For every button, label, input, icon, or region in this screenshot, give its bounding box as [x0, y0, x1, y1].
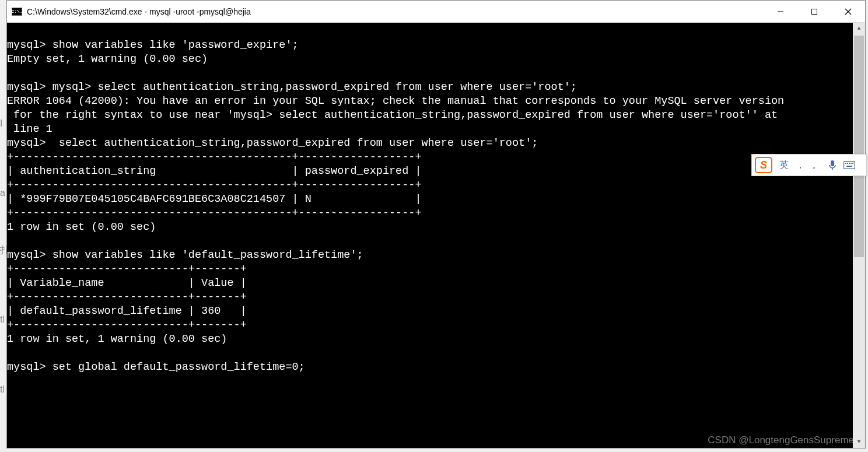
terminal-line: mysql> set global default_password_lifet…: [7, 361, 305, 373]
svg-rect-7: [845, 163, 846, 164]
maximize-button[interactable]: [797, 1, 831, 22]
terminal-line: mysql> mysql> select authentication_stri…: [7, 81, 577, 93]
window-titlebar[interactable]: C:\. C:\Windows\System32\cmd.exe - mysql…: [7, 1, 865, 23]
terminal-line: +---------------------------------------…: [7, 207, 422, 219]
svg-rect-1: [812, 9, 817, 14]
ime-toolbar[interactable]: S 英 ， 。: [751, 154, 867, 176]
minimize-button[interactable]: [764, 1, 797, 22]
svg-rect-9: [849, 163, 850, 164]
terminal-line: 1 row in set (0.00 sec): [7, 221, 156, 233]
watermark-text: CSDN @LongtengGensSupreme: [708, 435, 854, 446]
terminal-line: 1 row in set, 1 warning (0.00 sec): [7, 333, 227, 345]
svg-rect-4: [831, 160, 834, 166]
scrollbar-up-arrow-icon[interactable]: ▲: [853, 23, 865, 34]
svg-rect-10: [850, 163, 852, 164]
terminal-line: ERROR 1064 (42000): You have an error in…: [7, 95, 784, 107]
terminal-line: | Variable_name | Value |: [7, 277, 247, 289]
background-text-fragment: tl: [0, 314, 5, 325]
terminal-line: mysql> show variables like 'default_pass…: [7, 249, 363, 261]
terminal-line: +---------------------------------------…: [7, 151, 422, 163]
background-text-fragment: I: [0, 118, 2, 129]
window-title: C:\Windows\System32\cmd.exe - mysql -uro…: [27, 7, 764, 16]
scrollbar-thumb[interactable]: [854, 36, 864, 257]
terminal-line: | *999F79B07E045105C4BAFC691BE6C3A08C214…: [7, 193, 422, 205]
close-button[interactable]: [831, 1, 865, 22]
svg-rect-6: [844, 162, 855, 169]
keyboard-icon[interactable]: [844, 161, 855, 169]
background-text-fragment: a: [0, 188, 5, 198]
svg-rect-12: [846, 166, 852, 167]
terminal-line: +---------------------------------------…: [7, 179, 422, 191]
microphone-icon[interactable]: [828, 160, 836, 170]
scrollbar-down-arrow-icon[interactable]: ▼: [853, 436, 865, 448]
ime-punctuation-comma[interactable]: ，: [796, 159, 805, 171]
terminal-line: | authentication_string | password_expir…: [7, 165, 422, 177]
terminal-line: +---------------------------+-------+: [7, 263, 247, 275]
cmd-icon: C:\.: [12, 8, 22, 16]
background-text-fragment: tl: [0, 384, 5, 395]
terminal-line: +---------------------------+-------+: [7, 291, 247, 303]
ime-punctuation-dot[interactable]: 。: [812, 159, 821, 171]
ime-language-toggle[interactable]: 英: [779, 159, 789, 171]
svg-rect-8: [847, 163, 848, 164]
sogou-ime-logo-icon[interactable]: S: [755, 157, 772, 173]
terminal-line: for the right syntax to use near 'mysql>…: [7, 109, 778, 121]
svg-rect-11: [852, 163, 853, 164]
terminal-line: +---------------------------+-------+: [7, 319, 247, 331]
cmd-window: C:\. C:\Windows\System32\cmd.exe - mysql…: [6, 0, 866, 449]
terminal-line: | default_password_lifetime | 360 |: [7, 305, 247, 317]
terminal-line: mysql> select authentication_string,pass…: [7, 137, 538, 149]
terminal-scrollbar[interactable]: ▲ ▼: [853, 23, 865, 448]
terminal-output[interactable]: mysql> show variables like 'password_exp…: [7, 23, 865, 448]
window-controls: [764, 1, 865, 22]
terminal-line: line 1: [7, 123, 52, 135]
terminal-line: mysql> show variables like 'password_exp…: [7, 39, 299, 51]
terminal-line: Empty set, 1 warning (0.00 sec): [7, 53, 208, 65]
